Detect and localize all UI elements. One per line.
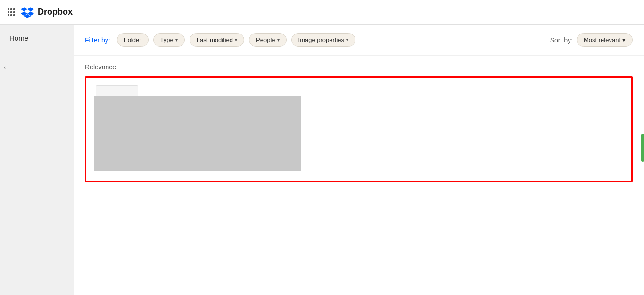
sort-most-relevant-button[interactable]: Most relevant ▾ xyxy=(577,33,633,47)
result-container xyxy=(85,76,633,182)
sort-section: Sort by: Most relevant ▾ xyxy=(550,33,633,47)
chevron-down-icon: ▾ xyxy=(622,36,626,43)
dropbox-logo-icon xyxy=(21,6,34,19)
sort-option-label: Most relevant xyxy=(584,36,620,43)
logo-area: Dropbox xyxy=(8,6,73,19)
sidebar-item-home[interactable]: Home xyxy=(0,30,74,46)
filter-image-properties-button[interactable]: Image properties ▾ xyxy=(291,33,356,47)
chevron-down-icon: ▾ xyxy=(235,37,237,42)
filter-type-label: Type xyxy=(160,36,173,43)
filter-bar: Filter by: Folder Type ▾ Last modified ▾… xyxy=(74,25,644,56)
filter-folder-button[interactable]: Folder xyxy=(117,33,149,47)
filter-last-modified-label: Last modified xyxy=(197,36,233,43)
section-relevance-label: Relevance xyxy=(85,63,633,71)
file-item[interactable] xyxy=(94,85,146,171)
sidebar-collapse-chevron[interactable]: ‹ xyxy=(0,62,9,73)
filter-by-label: Filter by: xyxy=(85,36,110,44)
filter-image-properties-label: Image properties xyxy=(298,36,345,43)
chevron-down-icon: ▾ xyxy=(277,37,280,42)
filter-folder-label: Folder xyxy=(124,36,141,43)
filter-type-button[interactable]: Type ▾ xyxy=(153,33,185,47)
filter-people-button[interactable]: People ▾ xyxy=(249,33,286,47)
app-name: Dropbox xyxy=(38,7,73,17)
main-content: Filter by: Folder Type ▾ Last modified ▾… xyxy=(74,25,644,295)
filter-people-label: People xyxy=(256,36,275,43)
header: Dropbox xyxy=(0,0,644,25)
sort-by-label: Sort by: xyxy=(550,36,573,44)
scrollbar-indicator[interactable] xyxy=(641,134,644,162)
content-area: Relevance xyxy=(74,56,644,190)
grid-menu-icon[interactable] xyxy=(8,8,15,16)
filter-last-modified-button[interactable]: Last modified ▾ xyxy=(190,33,244,47)
sidebar: Home ‹ xyxy=(0,25,74,295)
chevron-down-icon: ▾ xyxy=(175,37,178,42)
file-tab xyxy=(96,85,138,96)
file-thumbnail xyxy=(94,96,301,171)
chevron-down-icon: ▾ xyxy=(346,37,348,42)
